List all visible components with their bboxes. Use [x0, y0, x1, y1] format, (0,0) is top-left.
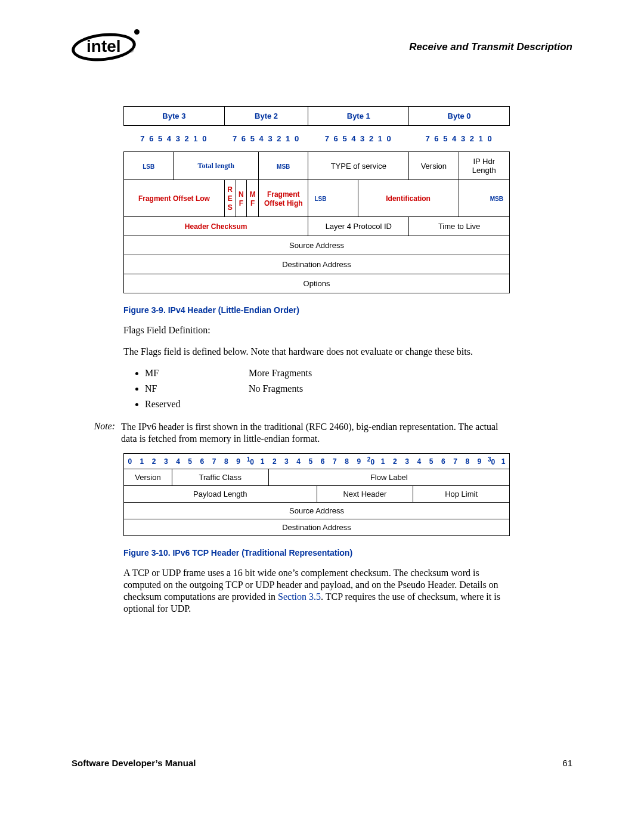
- mf-flag: M F: [250, 190, 256, 208]
- lsb-label: LSB: [143, 163, 154, 170]
- byte1-header: Byte 1: [347, 112, 370, 120]
- note-body: The IPv6 header is first shown in the tr…: [121, 421, 509, 445]
- flag-code: NF: [145, 383, 246, 395]
- ipv6-source-address: Source Address: [289, 506, 344, 515]
- source-address: Source Address: [289, 241, 344, 250]
- logo-registered: ®: [129, 48, 134, 54]
- ipv6-traffic-class: Traffic Class: [199, 473, 242, 482]
- list-item: MF More Fragments: [145, 367, 511, 379]
- byte0-header: Byte 0: [448, 112, 471, 120]
- section-title: Receive and Transmit Description: [409, 41, 572, 53]
- fragment-offset-high: Fragment Offset High: [264, 190, 303, 208]
- options-row: Options: [304, 279, 330, 288]
- intel-logo: intel ®: [72, 30, 143, 64]
- bit-row-3: 7 6 5 4 3 2 1 0: [124, 126, 225, 152]
- page-header: intel ® Receive and Transmit Description: [72, 30, 572, 64]
- ipv6-destination-address: Destination Address: [282, 523, 351, 532]
- footer-title: Software Developer’s Manual: [72, 758, 196, 768]
- res-flag: R E S: [227, 185, 233, 212]
- fragment-offset-low: Fragment Offset Low: [138, 194, 210, 203]
- page-number: 61: [562, 758, 572, 768]
- section-3-5-link[interactable]: Section 3.5: [278, 592, 321, 602]
- bit-row-2: 7 6 5 4 3 2 1 0: [224, 126, 308, 152]
- flags-intro: The Flags field is defined below. Note t…: [123, 346, 511, 358]
- ipv6-version: Version: [135, 473, 160, 482]
- checksum-paragraph: A TCP or UDP frame uses a 16 bit wide on…: [123, 567, 511, 615]
- logo-text: intel: [86, 37, 121, 56]
- time-to-live: Time to Live: [438, 222, 480, 231]
- byte2-header: Byte 2: [255, 112, 278, 120]
- destination-address: Destination Address: [282, 260, 351, 269]
- list-item: NF No Fragments: [145, 383, 511, 395]
- flag-desc: More Fragments: [249, 368, 312, 378]
- msb-label: MSB: [277, 163, 290, 170]
- page-footer: Software Developer’s Manual 61: [72, 758, 572, 768]
- ipv6-next-header: Next Header: [343, 490, 386, 498]
- nf-flag: N F: [239, 190, 244, 208]
- flags-list: MF More Fragments NF No Fragments Reserv…: [123, 367, 511, 410]
- list-item: Reserved: [145, 398, 511, 410]
- byte3-header: Byte 3: [162, 112, 185, 120]
- ipv6-bit-row: 0123456789 10123456789 20123456789 301: [124, 454, 510, 469]
- bit-row-0: 7 6 5 4 3 2 1 0: [409, 126, 510, 152]
- ident-lsb: LSB: [314, 196, 326, 202]
- ipv6-header-table: 0123456789 10123456789 20123456789 301 V…: [123, 453, 510, 536]
- version-label: Version: [421, 162, 447, 171]
- header-checksum: Header Checksum: [185, 222, 247, 231]
- identification: Identification: [386, 194, 431, 203]
- ipv6-hop-limit: Hop Limit: [445, 490, 478, 498]
- flags-heading: Flags Field Definition:: [123, 324, 511, 336]
- total-length: Total length: [198, 162, 234, 170]
- ipv4-header-table: Byte 3 Byte 2 Byte 1 Byte 0 7 6 5 4 3 2 …: [123, 106, 510, 293]
- flag-code: MF: [145, 367, 246, 379]
- ipv6-flow-label: Flow Label: [370, 473, 408, 482]
- flag-code: Reserved: [145, 398, 246, 410]
- figure-3-10-caption: Figure 3-10. IPv6 TCP Header (Traditiona…: [123, 548, 511, 558]
- type-of-service: TYPE of service: [331, 162, 386, 171]
- ip-hdr-length: IP Hdr Length: [472, 157, 496, 175]
- bit-row-1: 7 6 5 4 3 2 1 0: [308, 126, 409, 152]
- flag-desc: No Fragments: [249, 383, 303, 394]
- figure-3-9-caption: Figure 3-9. IPv4 Header (Little-Endian O…: [123, 305, 511, 315]
- ident-msb: MSB: [490, 196, 503, 202]
- layer4-protocol: Layer 4 Protocol ID: [326, 222, 392, 231]
- note-label: Note:: [72, 421, 115, 445]
- ipv6-payload-length: Payload Length: [193, 490, 247, 498]
